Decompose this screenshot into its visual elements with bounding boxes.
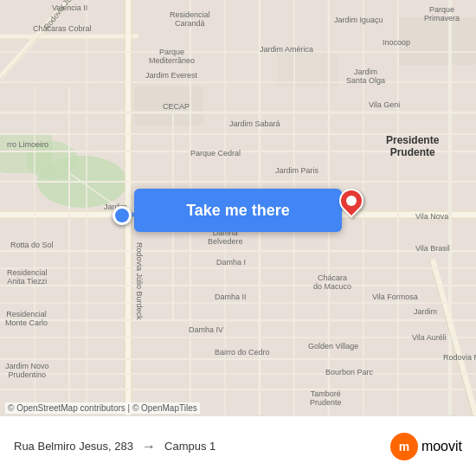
destination-marker	[339, 189, 363, 220]
route-arrow-icon: →	[142, 439, 156, 454]
route-info: Rua Belmiro Jesus, 283 → Campus 1	[14, 439, 390, 454]
origin-marker	[113, 206, 132, 225]
svg-rect-4	[134, 87, 203, 125]
map-container: Rodovia Júlio Rodovia Júlio Burdeck Vale…	[0, 0, 476, 415]
moovit-logo: m moovit	[390, 433, 462, 460]
moovit-label: moovit	[421, 439, 462, 454]
take-me-there-button[interactable]: Take me there	[134, 189, 342, 232]
route-to: Campus 1	[164, 440, 215, 453]
svg-rect-3	[0, 134, 52, 173]
moovit-icon: m	[390, 433, 418, 460]
svg-text:Rodovia Júlio Burdeck: Rodovia Júlio Burdeck	[135, 242, 144, 320]
bottom-bar: Rua Belmiro Jesus, 283 → Campus 1 m moov…	[0, 415, 476, 476]
route-from: Rua Belmiro Jesus, 283	[14, 440, 133, 453]
svg-rect-6	[398, 17, 476, 65]
map-attribution: © OpenStreetMap contributors | © OpenMap…	[5, 402, 200, 414]
